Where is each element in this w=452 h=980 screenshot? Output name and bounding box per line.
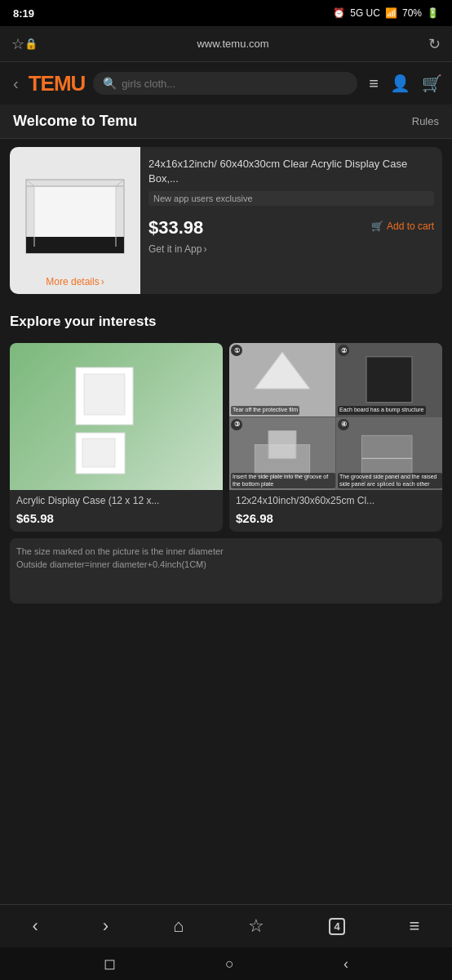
featured-product-card: More details › 24x16x12inch/ 60x40x30cm … (10, 147, 442, 294)
bottom-partial-text: The size marked on the picture is the in… (16, 545, 224, 572)
nav-bookmark-button[interactable]: ☆ (248, 915, 264, 937)
get-in-app[interactable]: Get it in App › (148, 243, 434, 255)
app-header: ‹ TEMU 🔍 ≡ 👤 🛒 (0, 62, 452, 105)
nav-tabs-button[interactable]: 4 (329, 918, 344, 935)
nav-forward-button[interactable]: › (103, 915, 109, 937)
bottom-partial-section: The size marked on the picture is the in… (0, 538, 452, 604)
battery-label: 70% (402, 7, 422, 19)
lock-icon: 🔒 (24, 38, 38, 50)
nav-back-button[interactable]: ‹ (32, 915, 38, 937)
featured-product-image: More details › (10, 147, 140, 294)
android-home-button[interactable]: ○ (225, 956, 234, 973)
rules-button[interactable]: Rules (412, 115, 439, 127)
network-label: 5G UC (350, 7, 380, 19)
featured-product-price: $33.98 (148, 217, 203, 238)
alarm-icon: ⏰ (333, 7, 345, 19)
search-icon: 🔍 (103, 77, 117, 90)
exclusive-badge: New app users exclusive (148, 191, 434, 206)
status-bar: 8:19 ⏰ 5G UC 📶 70% 🔋 (0, 0, 452, 26)
profile-icon[interactable]: 👤 (390, 74, 410, 93)
menu-icon[interactable]: ≡ (369, 74, 379, 93)
product-grid: Acrylic Display Case (12 x 12 x... $65.9… (0, 343, 452, 532)
search-bar[interactable]: 🔍 (93, 72, 357, 95)
sub-image-2: ② Each board has a bump structure (336, 343, 442, 416)
grid-item-right-image: ① Tear off the protective film ② Each bo… (229, 343, 442, 490)
battery-icon: 🔋 (427, 7, 439, 19)
add-to-cart-button[interactable]: 🛒 Add to cart (371, 220, 434, 232)
grid-item-left-image (10, 343, 223, 490)
welcome-title: Welcome to Temu (13, 113, 137, 130)
featured-product-info: 24x16x12inch/ 60x40x30cm Clear Acrylic D… (140, 147, 442, 294)
sub-label-3: Insert the side plate into the groove of… (231, 473, 335, 488)
grid-item-right-title: 12x24x10inch/30x60x25cm Cl... (229, 490, 442, 510)
svg-rect-11 (82, 439, 115, 467)
browser-bar: ☆ 🔒 www.temu.com ↻ (0, 26, 452, 62)
more-details-button[interactable]: More details › (46, 276, 104, 287)
bottom-partial-card[interactable]: The size marked on the picture is the in… (10, 538, 442, 604)
grid-item-left-title: Acrylic Display Case (12 x 12 x... (10, 490, 223, 510)
bookmark-button[interactable]: ☆ (11, 35, 24, 53)
signal-icon: 📶 (385, 7, 397, 19)
cart-add-icon: 🛒 (371, 220, 383, 232)
sub-image-1: ① Tear off the protective film (229, 343, 335, 416)
sub-label-1: Tear off the protective film (231, 406, 299, 414)
grid-item-left[interactable]: Acrylic Display Case (12 x 12 x... $65.9… (10, 343, 223, 532)
bottom-nav-bar: ‹ › ⌂ ☆ 4 ≡ (0, 905, 452, 947)
svg-rect-13 (366, 357, 412, 403)
svg-rect-9 (84, 374, 125, 415)
grid-item-right[interactable]: ① Tear off the protective film ② Each bo… (229, 343, 442, 532)
search-input[interactable] (122, 78, 348, 90)
grid-item-right-price: $26.98 (229, 510, 442, 532)
bottom-nav: ‹ › ⌂ ☆ 4 ≡ ◻ ○ ‹ (0, 904, 452, 980)
status-time: 8:19 (13, 7, 34, 20)
header-icons: ≡ 👤 🛒 (369, 74, 442, 93)
acrylic-case-svg (64, 351, 170, 482)
sub-label-4: The grooved side panel and the raised si… (338, 473, 442, 488)
status-right: ⏰ 5G UC 📶 70% 🔋 (333, 7, 439, 19)
temu-logo: TEMU (29, 71, 86, 96)
display-case-svg (18, 172, 132, 270)
explore-section: Explore your interests (0, 302, 452, 343)
explore-title: Explore your interests (10, 314, 442, 330)
svg-rect-2 (26, 237, 124, 253)
featured-product-title: 24x16x12inch/ 60x40x30cm Clear Acrylic D… (148, 157, 434, 186)
back-button[interactable]: ‹ (10, 71, 22, 96)
welcome-banner: Welcome to Temu Rules (0, 105, 452, 139)
cart-icon[interactable]: 🛒 (422, 74, 442, 93)
svg-rect-15 (268, 430, 296, 458)
nav-menu-button[interactable]: ≡ (410, 915, 420, 937)
sub-image-3: ③ Insert the side plate into the groove … (229, 417, 335, 491)
nav-home-button[interactable]: ⌂ (173, 915, 184, 937)
sub-image-4: ④ The grooved side panel and the raised … (336, 417, 442, 491)
android-back-button[interactable]: ‹ (343, 956, 348, 973)
android-nav: ◻ ○ ‹ (0, 947, 452, 980)
android-recent-button[interactable]: ◻ (104, 955, 116, 973)
sub-images-grid: ① Tear off the protective film ② Each bo… (229, 343, 442, 490)
grid-item-left-price: $65.98 (10, 510, 223, 532)
refresh-button[interactable]: ↻ (428, 35, 441, 53)
url-display[interactable]: www.temu.com (38, 38, 428, 50)
svg-marker-12 (255, 352, 309, 389)
sub-label-2: Each board has a bump structure (338, 406, 426, 414)
